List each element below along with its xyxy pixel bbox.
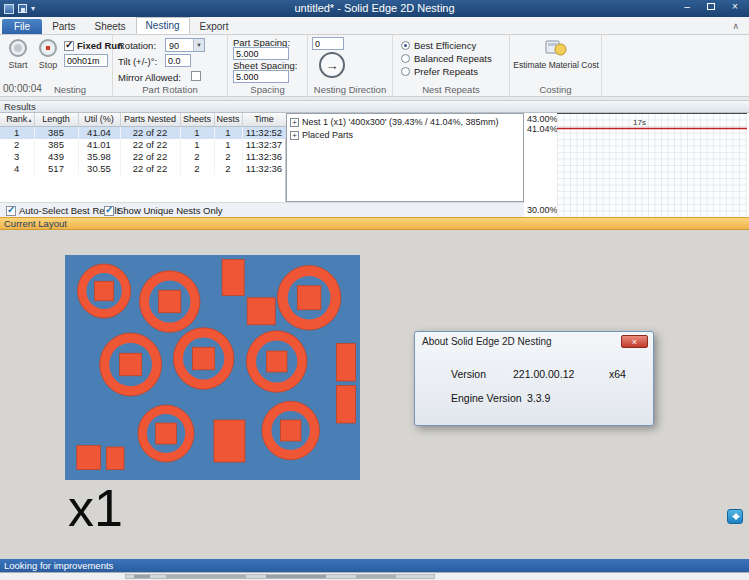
mirror-allowed-checkbox[interactable] bbox=[191, 71, 201, 81]
cell: 22 of 22 bbox=[120, 126, 180, 139]
table-row[interactable]: 1 385 41.04 22 of 22 1 1 11:32:52 bbox=[0, 126, 286, 139]
direction-angle-input[interactable] bbox=[312, 37, 344, 50]
layout-canvas[interactable]: x1 About Solid Edge 2D Nesting × Version… bbox=[0, 230, 749, 559]
col-nests-label: Nests bbox=[216, 114, 239, 124]
maximize-button[interactable] bbox=[699, 0, 723, 15]
col-util-label: Util (%) bbox=[84, 114, 114, 124]
window-controls: – × bbox=[675, 0, 747, 15]
col-util[interactable]: Util (%) bbox=[78, 113, 120, 126]
run-time-input[interactable] bbox=[64, 54, 108, 67]
radio-prefer-repeats[interactable]: Prefer Repeats bbox=[401, 66, 478, 77]
expander-icon[interactable]: + bbox=[290, 131, 299, 140]
titlebar: ▾ untitled* - Solid Edge 2D Nesting – × bbox=[0, 0, 749, 17]
tree-item-nest[interactable]: + Nest 1 (x1) '400x300' (39.43% / 41.04%… bbox=[290, 117, 499, 127]
util-chart-grid: 17s bbox=[557, 113, 747, 217]
radio-icon bbox=[401, 67, 410, 76]
cell: 1 bbox=[180, 139, 214, 151]
cell: 385 bbox=[34, 139, 78, 151]
part-ring bbox=[246, 331, 306, 393]
col-rank[interactable]: Rank▲ bbox=[0, 113, 34, 126]
group-label-spacing: Spacing bbox=[228, 84, 307, 95]
nest-tree: + Nest 1 (x1) '400x300' (39.43% / 41.04%… bbox=[286, 113, 524, 202]
tab-export[interactable]: Export bbox=[191, 19, 238, 34]
tilt-input[interactable] bbox=[165, 54, 191, 67]
app-window: ▾ untitled* - Solid Edge 2D Nesting – × … bbox=[0, 0, 749, 580]
radio-best-efficiency[interactable]: Best Efficiency bbox=[401, 40, 476, 51]
radio-balanced-repeats[interactable]: Balanced Repeats bbox=[401, 53, 492, 64]
sort-asc-icon: ▲ bbox=[28, 117, 33, 123]
close-button[interactable]: × bbox=[723, 0, 747, 15]
group-label-part-rotation: Part Rotation bbox=[113, 84, 227, 95]
tab-sheets[interactable]: Sheets bbox=[85, 19, 134, 34]
tree-item-label: Nest 1 (x1) '400x300' (39.43% / 41.04%, … bbox=[302, 117, 499, 127]
part-rect bbox=[214, 420, 245, 462]
col-parts-nested[interactable]: Parts Nested bbox=[120, 113, 180, 126]
bottom-scrollbar[interactable] bbox=[0, 572, 749, 580]
col-sheets[interactable]: Sheets bbox=[180, 113, 214, 126]
col-nests[interactable]: Nests bbox=[214, 113, 242, 126]
checkbox-icon bbox=[6, 206, 16, 216]
cell: 11:32:52 bbox=[242, 126, 286, 139]
sheet-spacing-input[interactable] bbox=[233, 70, 289, 83]
col-length-label: Length bbox=[42, 114, 70, 124]
part-spacing-input[interactable] bbox=[233, 47, 289, 60]
util-chart: 17s bbox=[557, 113, 747, 217]
results-panel-header: Results bbox=[0, 100, 749, 113]
group-label-nest-repeats: Nest Repeats bbox=[393, 84, 509, 95]
mirror-allowed-label: Mirror Allowed: bbox=[118, 72, 181, 83]
table-row[interactable]: 2 385 41.01 22 of 22 1 1 11:32:37 bbox=[0, 139, 286, 151]
version-label: Version bbox=[451, 368, 486, 380]
nest-sheet bbox=[65, 255, 360, 480]
cell: 385 bbox=[34, 126, 78, 139]
estimate-cost-button[interactable]: Estimate Material Cost bbox=[512, 39, 600, 70]
scrollbar-tick bbox=[356, 575, 396, 578]
ribbon-group-nesting-direction: → Nesting Direction bbox=[308, 35, 393, 97]
minimize-button[interactable]: – bbox=[675, 0, 699, 15]
ribbon-group-costing: Estimate Material Cost Costing bbox=[510, 35, 602, 97]
tilt-label: Tilt (+/-)°: bbox=[118, 56, 157, 67]
nesting-direction-icon[interactable]: → bbox=[319, 52, 345, 78]
col-sheets-label: Sheets bbox=[183, 114, 211, 124]
radio-label: Balanced Repeats bbox=[414, 53, 492, 64]
ribbon: Start Stop Fixed Run 00:00:04 Nesting Ro… bbox=[0, 35, 749, 97]
estimate-cost-label: Estimate Material Cost bbox=[512, 60, 600, 70]
col-time-label: Time bbox=[254, 114, 274, 124]
cell: 11:32:36 bbox=[242, 151, 286, 163]
cell: 1 bbox=[180, 126, 214, 139]
show-unique-checkbox[interactable]: Show Unique Nests Only bbox=[104, 205, 223, 216]
tab-parts[interactable]: Parts bbox=[43, 19, 84, 34]
about-dialog-title: About Solid Edge 2D Nesting bbox=[422, 336, 552, 347]
scrollbar-thumb[interactable] bbox=[125, 574, 435, 579]
tab-nesting[interactable]: Nesting bbox=[136, 17, 190, 34]
start-label: Start bbox=[4, 60, 32, 70]
dialog-close-button[interactable]: × bbox=[621, 335, 648, 348]
tree-item-placed-parts[interactable]: + Placed Parts bbox=[290, 130, 353, 140]
col-length[interactable]: Length bbox=[34, 113, 78, 126]
stop-button[interactable]: Stop bbox=[34, 39, 62, 70]
cost-icon bbox=[545, 39, 567, 56]
rotation-select[interactable]: 90 ▼ bbox=[165, 38, 205, 52]
table-row[interactable]: 3 439 35.98 22 of 22 2 2 11:32:36 bbox=[0, 151, 286, 163]
expander-icon[interactable]: + bbox=[290, 118, 299, 127]
auto-select-checkbox[interactable]: Auto-Select Best Result bbox=[6, 205, 119, 216]
cell: 22 of 22 bbox=[120, 151, 180, 163]
scroll-indicator-icon[interactable] bbox=[727, 509, 743, 524]
col-rank-label: Rank bbox=[6, 114, 27, 124]
cell: 41.04 bbox=[78, 126, 120, 139]
combo-arrow-icon[interactable]: ▼ bbox=[193, 39, 204, 51]
util-axis-label-min: 30.00% bbox=[527, 205, 558, 215]
start-button[interactable]: Start bbox=[4, 39, 32, 70]
tab-file[interactable]: File bbox=[2, 19, 42, 34]
col-time[interactable]: Time bbox=[242, 113, 286, 126]
table-row[interactable]: 4 517 30.55 22 of 22 2 2 11:32:36 bbox=[0, 163, 286, 175]
start-icon bbox=[9, 39, 27, 57]
cell: 517 bbox=[34, 163, 78, 175]
scrollbar-tick bbox=[134, 575, 150, 578]
cell: 22 of 22 bbox=[120, 139, 180, 151]
radio-icon bbox=[401, 41, 410, 50]
part-rect bbox=[106, 447, 124, 470]
ribbon-collapse-icon[interactable]: ∧ bbox=[732, 21, 739, 31]
group-label-costing: Costing bbox=[510, 84, 601, 95]
group-label-nesting-direction: Nesting Direction bbox=[308, 84, 392, 95]
version-value: 221.00.00.12 bbox=[513, 368, 574, 380]
